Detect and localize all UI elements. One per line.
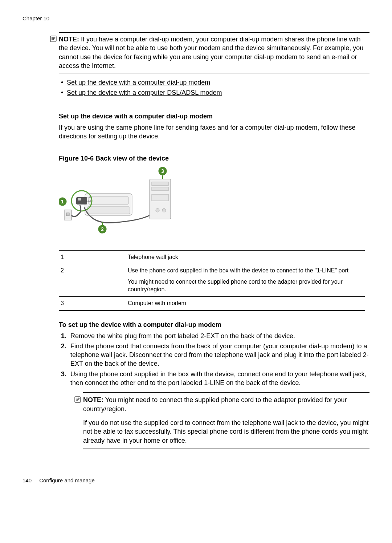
svg-text:2: 2 — [101, 226, 104, 232]
list-item: Set up the device with a computer DSL/AD… — [59, 88, 369, 98]
page-header: Chapter 10 — [23, 15, 369, 21]
cell-line: You might need to connect the supplied p… — [128, 278, 361, 293]
step-item: Find the phone cord that connects from t… — [68, 342, 369, 368]
legend-table: 1 Telephone wall jack 2 Use the phone co… — [59, 250, 365, 311]
cell-num: 3 — [59, 296, 126, 310]
nested-note-block: NOTE: You might need to connect the supp… — [83, 392, 369, 449]
svg-point-21 — [162, 208, 166, 212]
svg-point-20 — [156, 208, 159, 212]
table-row: 3 Computer with modem — [59, 296, 365, 310]
svg-text:2-EXT: 2-EXT — [86, 200, 91, 202]
cell-num: 2 — [59, 264, 126, 296]
page-footer: 140 Configure and manage — [23, 477, 369, 483]
svg-rect-7 — [89, 196, 128, 204]
link-list: Set up the device with a computer dial-u… — [59, 78, 369, 98]
svg-rect-9 — [76, 197, 87, 204]
page-number: 140 — [23, 477, 38, 483]
svg-rect-10 — [78, 198, 81, 200]
note-block: NOTE: If you have a computer dial-up mod… — [59, 32, 369, 73]
note-icon — [74, 396, 81, 405]
svg-text:1-LINE: 1-LINE — [86, 196, 92, 199]
svg-rect-19 — [152, 194, 168, 201]
steps-list: Remove the white plug from the port labe… — [59, 332, 369, 449]
link-setup-dialup[interactable]: Set up the device with a computer dial-u… — [67, 79, 210, 86]
svg-rect-17 — [152, 182, 168, 186]
section-body: If you are using the same phone line for… — [59, 123, 369, 141]
cell-text: Use the phone cord supplied in the box w… — [126, 264, 365, 296]
footer-section: Configure and manage — [39, 477, 95, 483]
note-body: You might need to connect the supplied p… — [83, 396, 347, 412]
table-row: 1 Telephone wall jack — [59, 250, 365, 264]
note-para2: If you do not use the supplied cord to c… — [83, 418, 369, 445]
note-text: NOTE: You might need to connect the supp… — [83, 396, 369, 413]
list-item: Set up the device with a computer dial-u… — [59, 78, 369, 88]
svg-rect-18 — [152, 187, 168, 191]
table-row: 2 Use the phone cord supplied in the box… — [59, 264, 365, 296]
note-label: NOTE: — [59, 36, 79, 43]
link-setup-dsl[interactable]: Set up the device with a computer DSL/AD… — [67, 89, 222, 96]
note-text: NOTE: If you have a computer dial-up mod… — [59, 35, 369, 70]
svg-rect-6 — [87, 207, 130, 214]
cell-text: Telephone wall jack — [126, 250, 365, 264]
step-text: Using the phone cord supplied in the box… — [70, 370, 367, 386]
steps-heading: To set up the device with a computer dia… — [59, 321, 369, 329]
cell-text: Computer with modem — [126, 296, 365, 310]
section-heading: Set up the device with a computer dial-u… — [59, 113, 369, 120]
svg-rect-2 — [66, 213, 69, 216]
figure-image: 1 1-LINE 2-EXT 2 — [59, 165, 369, 239]
svg-text:1: 1 — [61, 199, 64, 204]
svg-text:3: 3 — [161, 168, 164, 174]
note-icon — [50, 36, 57, 44]
cell-line: Use the phone cord supplied in the box w… — [128, 267, 361, 275]
note-label: NOTE: — [83, 396, 103, 404]
note-body: If you have a computer dial-up modem, yo… — [59, 36, 363, 69]
cell-num: 1 — [59, 250, 126, 264]
step-item: Using the phone cord supplied in the box… — [68, 370, 369, 449]
step-item: Remove the white plug from the port labe… — [68, 332, 369, 340]
figure-caption: Figure 10-6 Back view of the device — [59, 155, 369, 162]
